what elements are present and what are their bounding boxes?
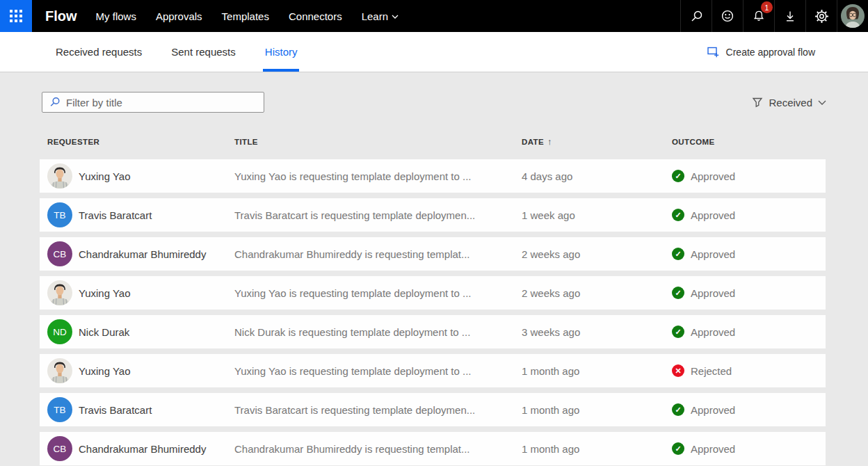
requester-name: Nick Durak: [79, 326, 129, 338]
rejected-icon: ✕: [672, 364, 684, 377]
avatar: [47, 358, 72, 383]
app-launcher-button[interactable]: [0, 0, 32, 32]
sort-ascending-icon: ↑: [547, 136, 552, 147]
search-icon: [49, 97, 61, 108]
table-row[interactable]: Yuxing Yao Yuxing Yao is requesting temp…: [40, 159, 826, 193]
nav-item-approvals[interactable]: Approvals: [156, 0, 202, 32]
nav-item-templates[interactable]: Templates: [222, 0, 269, 32]
smiley-icon: [721, 9, 734, 23]
waffle-icon: [10, 10, 22, 22]
table-row[interactable]: TB Travis Baratcart Travis Baratcart is …: [40, 393, 826, 426]
download-icon: [784, 10, 796, 23]
request-title: Yuxing Yao is requesting template deploy…: [234, 170, 522, 182]
avatar: ND: [47, 319, 72, 344]
nav-item-learn[interactable]: Learn: [362, 0, 399, 32]
table-row[interactable]: Yuxing Yao Yuxing Yao is requesting temp…: [40, 276, 826, 310]
request-date: 1 month ago: [522, 404, 672, 416]
chevron-down-icon: [392, 15, 399, 19]
request-title: Nick Durak is requesting template deploy…: [234, 326, 522, 338]
search-button[interactable]: [680, 0, 712, 32]
filter-funnel-icon: [752, 97, 763, 108]
requester-name: Chandrakumar Bhumireddy: [79, 248, 206, 260]
requester-name: Travis Baratcart: [79, 404, 152, 416]
chevron-down-icon: [818, 100, 826, 105]
filter-box[interactable]: [42, 92, 264, 113]
approved-icon: ✓: [672, 326, 684, 338]
request-date: 1 month ago: [522, 443, 672, 455]
column-header-title[interactable]: TITLE: [234, 138, 522, 146]
column-header-outcome[interactable]: OUTCOME: [672, 138, 826, 146]
column-header-date[interactable]: DATE↑: [522, 136, 672, 147]
feedback-button[interactable]: [712, 0, 743, 32]
create-flow-icon: [707, 46, 720, 58]
nav-item-my-flows[interactable]: My flows: [96, 0, 136, 32]
nav-item-learn-label: Learn: [362, 10, 388, 22]
outcome-label: Approved: [691, 170, 735, 182]
outcome-label: Rejected: [691, 365, 732, 377]
request-date: 2 weeks ago: [522, 287, 672, 299]
toolbar: Received: [42, 92, 826, 113]
nav-right-icons: 1: [680, 0, 868, 32]
requester-name: Yuxing Yao: [79, 287, 131, 299]
history-list: Yuxing Yao Yuxing Yao is requesting temp…: [40, 159, 826, 465]
settings-button[interactable]: [805, 0, 837, 32]
outcome-label: Approved: [691, 287, 735, 299]
column-header-date-label: DATE: [522, 138, 544, 146]
outcome-label: Approved: [691, 404, 735, 416]
approved-icon: ✓: [672, 442, 684, 455]
avatar: TB: [47, 397, 72, 422]
notification-badge: 1: [761, 1, 773, 13]
app-title[interactable]: Flow: [45, 0, 77, 32]
table-row[interactable]: ND Nick Durak Nick Durak is requesting t…: [40, 315, 826, 348]
outcome-label: Approved: [691, 209, 735, 221]
download-button[interactable]: [774, 0, 805, 32]
request-title: Yuxing Yao is requesting template deploy…: [234, 365, 522, 377]
search-icon: [690, 10, 703, 23]
outcome-label: Approved: [691, 326, 735, 338]
avatar: TB: [47, 202, 72, 227]
requester-name: Yuxing Yao: [79, 365, 131, 377]
tab-sent-requests[interactable]: Sent requests: [171, 32, 236, 72]
filter-by-title-input[interactable]: [66, 97, 258, 109]
request-title: Travis Baratcart is requesting template …: [234, 404, 522, 416]
request-date: 4 days ago: [522, 170, 672, 182]
create-approval-flow-button[interactable]: Create approval flow: [707, 32, 815, 72]
avatar: CB: [47, 241, 72, 266]
request-date: 2 weeks ago: [522, 248, 672, 260]
avatar: [47, 163, 72, 188]
requester-name: Chandrakumar Bhumireddy: [79, 443, 206, 455]
tab-history[interactable]: History: [265, 32, 298, 72]
requester-name: Travis Baratcart: [79, 209, 152, 221]
column-header-requester[interactable]: REQUESTER: [47, 138, 234, 146]
table-header: REQUESTER TITLE DATE↑ OUTCOME: [40, 129, 826, 154]
approved-icon: ✓: [672, 287, 684, 299]
outcome-label: Approved: [691, 443, 735, 455]
top-nav-bar: Flow My flows Approvals Templates Connec…: [0, 0, 868, 32]
request-title: Yuxing Yao is requesting template deploy…: [234, 287, 522, 299]
tab-received-requests[interactable]: Received requests: [56, 32, 142, 72]
user-avatar: [841, 4, 865, 28]
account-button[interactable]: [837, 0, 868, 32]
requester-name: Yuxing Yao: [79, 170, 131, 182]
request-title: Chandrakumar Bhumireddy is requesting te…: [234, 248, 522, 260]
table-row[interactable]: CB Chandrakumar Bhumireddy Chandrakumar …: [40, 432, 826, 465]
request-title: Travis Baratcart is requesting template …: [234, 209, 522, 221]
table-row[interactable]: CB Chandrakumar Bhumireddy Chandrakumar …: [40, 237, 826, 271]
outcome-label: Approved: [691, 248, 735, 260]
tab-bar: Received requests Sent requests History …: [0, 32, 868, 72]
create-approval-flow-label: Create approval flow: [726, 47, 815, 58]
table-row[interactable]: TB Travis Baratcart Travis Baratcart is …: [40, 198, 826, 232]
approved-icon: ✓: [672, 170, 684, 182]
notifications-button[interactable]: 1: [743, 0, 774, 32]
approved-icon: ✓: [672, 209, 684, 221]
avatar: CB: [47, 436, 72, 461]
request-date: 3 weeks ago: [522, 326, 672, 338]
nav-item-connectors[interactable]: Connectors: [289, 0, 342, 32]
request-date: 1 week ago: [522, 209, 672, 221]
gear-icon: [814, 9, 829, 24]
avatar: [47, 280, 72, 305]
table-row[interactable]: Yuxing Yao Yuxing Yao is requesting temp…: [40, 354, 826, 387]
request-title: Chandrakumar Bhumireddy is requesting te…: [234, 443, 522, 455]
approved-icon: ✓: [672, 248, 684, 260]
received-filter-dropdown[interactable]: Received: [752, 97, 826, 109]
